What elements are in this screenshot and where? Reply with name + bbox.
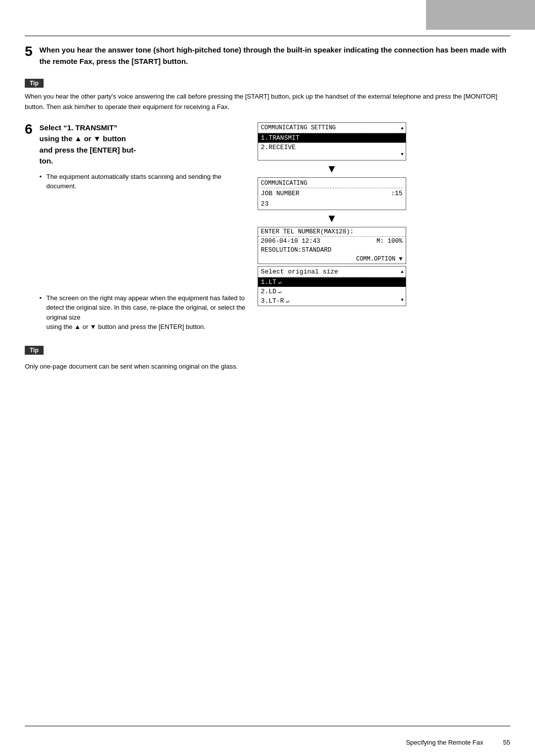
top-gray-block xyxy=(426,0,535,30)
lcd-screen-3: ENTER TEL NUMBER(MAX128): 2006-04-10 12:… xyxy=(258,227,406,264)
lcd4-row1: 1.LT ↵ xyxy=(258,277,406,287)
step6-bullet2-line2: using the ▲ or ▼ button and press the [E… xyxy=(47,323,206,330)
lcd3-row2: 2006-04-10 12:43 M: 100% xyxy=(258,237,406,246)
lcd3-row2-right: M: 100% xyxy=(376,238,403,245)
lcd3-row4: COMM.OPTION ▼ xyxy=(258,255,406,264)
lcd4-row3: 3.LT-R ↵ xyxy=(258,296,406,306)
footer-text: Specifying the Remote Fax xyxy=(406,739,483,746)
step6-bullet1: The equipment automatically starts scann… xyxy=(40,172,253,191)
lcd4-row1-num: 1.LT xyxy=(261,278,276,286)
lcd1-row2-text: 2.RECEIVE xyxy=(261,144,403,151)
page: Specifying the Remote Fax 55 5 When you … xyxy=(0,0,535,756)
step6-block: 6 Select “1. TRANSMIT” using the ▲ or ▼ … xyxy=(25,122,510,335)
lcd3-row2-left: 2006-04-10 12:43 xyxy=(261,238,321,245)
lcd4-row2: 2.LD ↵ xyxy=(258,287,406,296)
lcd1-arrow-up: ▲ xyxy=(401,126,403,131)
lcd-screen-1: COMMUNICATING SETTING 1.TRANSMIT 2.RECEI… xyxy=(258,122,406,161)
lcd1-row2: 2.RECEIVE xyxy=(258,143,406,152)
lcd4-arrow-down: ▼ xyxy=(401,298,403,303)
lcd2-job-label: JOB NUMBER xyxy=(261,190,300,197)
lcd2-job-value: :15 xyxy=(391,190,402,197)
footer: Specifying the Remote Fax 55 xyxy=(25,739,510,746)
lcd4-row2-icon: ↵ xyxy=(278,288,282,295)
lcd1-row1: 1.TRANSMIT xyxy=(258,133,406,143)
footer-page: 55 xyxy=(503,739,510,746)
step6-heading-line4: ton. xyxy=(40,157,54,165)
top-rule xyxy=(25,36,510,36)
bottom-rule xyxy=(25,726,510,726)
lcd4-row2-num: 2.LD xyxy=(261,288,276,295)
step6-heading-line3: and press the [ENTER] but- xyxy=(40,146,136,154)
tip2-section: Tip Only one-page document can be sent w… xyxy=(25,343,510,372)
step6-body: Select “1. TRANSMIT” using the ▲ or ▼ bu… xyxy=(40,122,510,335)
down-arrow-2: ▼ xyxy=(258,212,406,225)
step6-right: COMMUNICATING SETTING 1.TRANSMIT 2.RECEI… xyxy=(258,122,510,335)
lcd4-row3-num: 3.LT-R xyxy=(261,297,284,305)
step5-text: When you hear the answer tone (short hig… xyxy=(40,45,510,67)
lcd1-arrow-down: ▼ xyxy=(401,152,403,157)
lcd4-label: Select original size xyxy=(258,267,406,277)
step6-heading-line1: Select “1. TRANSMIT” xyxy=(40,123,118,132)
lcd1-row1-text: 1.TRANSMIT xyxy=(261,134,403,142)
step6-bullet2: The screen on the right may appear when … xyxy=(40,293,253,332)
lcd2-job-row: JOB NUMBER :15 xyxy=(261,190,403,197)
lcd1-arrows: ▲ ▼ xyxy=(401,123,403,160)
lcd4-row3-icon: ↵ xyxy=(286,298,289,304)
lcd4-arrows: ▲ ▼ xyxy=(401,267,403,306)
step6-left: Select “1. TRANSMIT” using the ▲ or ▼ bu… xyxy=(40,122,253,335)
step5-number: 5 xyxy=(25,45,33,58)
tip1-label: Tip xyxy=(25,79,44,88)
step6-heading-line2: using the ▲ or ▼ button xyxy=(40,134,126,143)
down-arrow-1: ▼ xyxy=(258,162,406,175)
step6-bullet2-line1: The screen on the right may appear when … xyxy=(47,294,246,321)
lcd4-row1-icon: ↵ xyxy=(278,279,282,285)
lcd-screen-2: COMMUNICATING JOB NUMBER :15 23 xyxy=(258,177,406,210)
tip1-text: When you hear the other party's voice an… xyxy=(25,92,510,112)
lcd4-arrow-up: ▲ xyxy=(401,270,403,274)
lcd-screen-4: Select original size 1.LT ↵ 2.LD ↵ 3.LT-… xyxy=(258,266,406,306)
tip1-section: Tip When you hear the other party's voic… xyxy=(25,76,510,112)
lcd2-label: COMMUNICATING xyxy=(261,180,403,188)
lcd3-row3: RESOLUTION:STANDARD xyxy=(258,246,406,255)
lcd1-label: COMMUNICATING SETTING xyxy=(258,123,406,133)
step6-heading: Select “1. TRANSMIT” using the ▲ or ▼ bu… xyxy=(40,122,253,167)
main-content: 5 When you hear the answer tone (short h… xyxy=(25,45,510,721)
step6-number: 6 xyxy=(25,122,33,136)
lcd2-number: 23 xyxy=(261,200,403,208)
tip2-label: Tip xyxy=(25,346,44,355)
lcd3-row1: ENTER TEL NUMBER(MAX128): xyxy=(258,227,406,237)
step5-block: 5 When you hear the answer tone (short h… xyxy=(25,45,510,67)
lcd1-empty-row xyxy=(258,152,406,160)
tip2-text: Only one-page document can be sent when … xyxy=(25,362,510,372)
